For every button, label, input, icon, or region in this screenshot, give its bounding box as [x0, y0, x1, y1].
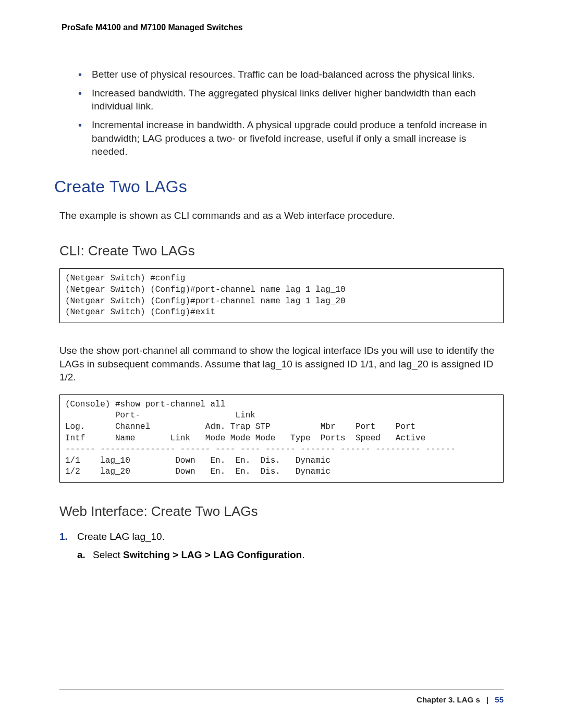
- bullet-item: Increased bandwidth. The aggregated phys…: [78, 87, 504, 113]
- footer-separator: |: [482, 695, 493, 704]
- footer-rule: [59, 689, 504, 690]
- intro-bullets: Better use of physical resources. Traffi…: [59, 68, 504, 158]
- substep-command: Switching > LAG > LAG Configuration: [123, 549, 302, 560]
- bullet-item: Incremental increase in bandwidth. A phy…: [78, 118, 504, 158]
- bullet-item: Better use of physical resources. Traffi…: [78, 68, 504, 81]
- sub-steps: Select Switching > LAG > LAG Configurati…: [77, 548, 504, 563]
- substep-item: Select Switching > LAG > LAG Configurati…: [77, 548, 504, 563]
- web-steps: Create LAG lag_10. Select Switching > LA…: [59, 529, 504, 563]
- page-footer: Chapter 3. LAG s | 55: [59, 689, 504, 704]
- step-item: Create LAG lag_10. Select Switching > LA…: [59, 529, 504, 563]
- running-header: ProSafe M4100 and M7100 Managed Switches: [59, 23, 504, 32]
- cli-narrative: Use the show port-channel all command to…: [59, 344, 504, 384]
- section-intro: The example is shown as CLI commands and…: [59, 209, 504, 223]
- page: ProSafe M4100 and M7100 Managed Switches…: [0, 0, 563, 728]
- footer-chapter: Chapter 3. LAG s: [417, 695, 480, 704]
- substep-suffix: .: [302, 549, 304, 560]
- footer-text: Chapter 3. LAG s | 55: [59, 695, 504, 704]
- section-heading: Create Two LAGs: [54, 177, 504, 196]
- cli-subheading: CLI: Create Two LAGs: [59, 243, 504, 259]
- substep-prefix: Select: [93, 549, 123, 560]
- footer-page-number: 55: [495, 695, 504, 704]
- step-label: Create LAG lag_10.: [77, 531, 165, 542]
- code-block-config: (Netgear Switch) #config (Netgear Switch…: [59, 268, 504, 323]
- code-block-show: (Console) #show port-channel all Port- L…: [59, 394, 504, 483]
- web-subheading: Web Interface: Create Two LAGs: [59, 503, 504, 520]
